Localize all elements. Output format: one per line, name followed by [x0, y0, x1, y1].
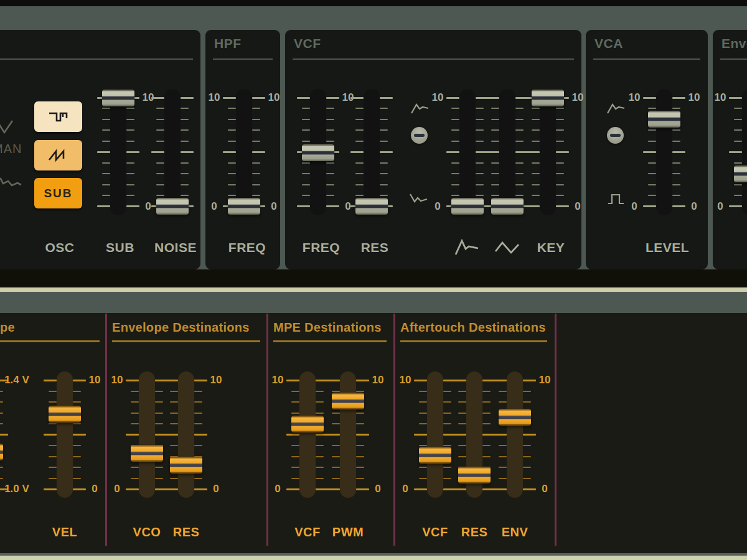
aftertouch-res-handle[interactable] — [458, 467, 491, 483]
slider-tick — [458, 445, 466, 446]
slider-tick — [499, 445, 507, 446]
slider-tick — [482, 445, 491, 446]
pulse-wave-icon — [46, 108, 71, 126]
slider-tick — [451, 119, 459, 120]
slider-tick — [326, 184, 334, 185]
slider-tick — [380, 195, 388, 196]
slider-tick — [515, 173, 524, 174]
aftertouch-env-track — [507, 371, 523, 498]
osc-sub-track — [110, 89, 126, 215]
vcf-env-amount-handle[interactable] — [451, 198, 484, 215]
vcf-mod-handle[interactable] — [491, 198, 524, 215]
slider-tick — [0, 434, 8, 436]
slider-tick — [181, 162, 189, 164]
slider-tick — [491, 119, 499, 120]
saw-wave-button[interactable] — [34, 140, 82, 170]
envelope-vel-handle[interactable] — [49, 406, 81, 422]
slider-tick — [228, 141, 236, 142]
vcf-freq-handle[interactable] — [302, 144, 334, 161]
vca-level-handle[interactable] — [648, 111, 680, 128]
slider-tick — [419, 478, 427, 479]
vca-env-gate-toggle[interactable] — [607, 127, 624, 144]
slider-tick — [458, 391, 466, 392]
envelope-slider-1-handle[interactable] — [734, 166, 747, 182]
aftertouch-env-handle[interactable] — [499, 409, 531, 426]
slider-tick — [482, 423, 491, 424]
slider-tick — [648, 195, 656, 196]
slider-tick — [672, 151, 685, 153]
slider-tick — [126, 184, 134, 185]
scale-label-max: 10 — [254, 91, 294, 104]
slider-tick — [350, 97, 364, 99]
envelope-destinations-title: Envelope Destinations — [112, 320, 250, 335]
slider-tick — [102, 195, 110, 196]
slider-tick — [156, 184, 164, 185]
aftertouch-destinations-title: Aftertouch Destinations — [400, 320, 546, 335]
mpe-pwm-handle[interactable] — [332, 393, 364, 409]
slider-tick — [228, 184, 236, 185]
slider-tick — [49, 401, 57, 403]
sub-button[interactable]: SUB — [34, 178, 82, 208]
envdest-vco-handle[interactable] — [131, 445, 163, 462]
slider-tick — [556, 162, 564, 164]
vca-level-track — [656, 89, 672, 215]
slider-label: KEY — [510, 240, 591, 255]
slider-tick — [302, 119, 310, 120]
slider-tick — [252, 184, 260, 185]
scale-label-min: 0 — [525, 483, 565, 495]
mpe-vcf-track — [299, 371, 316, 498]
slider-tick — [49, 391, 57, 392]
osc-noise-handle[interactable] — [156, 198, 189, 215]
osc-sub-handle[interactable] — [102, 90, 134, 106]
slider-tick — [194, 434, 207, 436]
vca-underline — [593, 58, 700, 60]
aftertouch-vcf-handle[interactable] — [419, 447, 451, 464]
slider-tick — [532, 195, 540, 196]
envdest-vco-track — [139, 371, 155, 498]
slider-tick — [332, 413, 340, 414]
slider-tick — [443, 423, 451, 424]
aftertouch-destinations-underline — [400, 340, 547, 342]
slider-tick — [327, 380, 340, 381]
slider-tick — [97, 151, 110, 153]
slider-tick — [527, 205, 540, 207]
mpe-vcf-handle[interactable] — [291, 416, 324, 432]
vcf-key-handle[interactable] — [532, 90, 564, 106]
slider-tick — [556, 141, 564, 142]
slider-tick — [380, 141, 388, 142]
pulse-wave-button[interactable] — [34, 101, 82, 132]
slider-tick — [672, 173, 680, 174]
slider-tick — [451, 195, 459, 196]
envelope-offscreen-handle[interactable] — [0, 444, 3, 460]
slider-tick — [672, 141, 680, 142]
slider-tick — [49, 467, 57, 468]
slider-tick — [155, 391, 163, 392]
vca-title: VCA — [594, 36, 623, 51]
slider-tick — [181, 173, 189, 174]
slider-tick — [286, 434, 299, 436]
slider-tick — [443, 391, 451, 392]
envelope-partial-underline — [0, 340, 100, 342]
slider-tick — [44, 380, 57, 381]
slider-tick — [194, 478, 202, 479]
slider-tick — [126, 151, 139, 153]
slider-tick — [491, 173, 499, 174]
slider-tick — [151, 97, 164, 99]
scale-label-max: 10 — [700, 91, 740, 104]
vcf-env-polarity-toggle[interactable] — [411, 127, 428, 144]
scale-label-max: 10 — [194, 91, 234, 104]
slider-tick — [228, 173, 236, 174]
vcf-res-handle[interactable] — [355, 198, 388, 215]
slider-tick — [556, 119, 564, 120]
slider-tick — [326, 173, 334, 174]
slider-tick — [181, 97, 194, 99]
hpf-freq-handle[interactable] — [228, 198, 260, 215]
slider-tick — [252, 141, 260, 142]
envdest-res-handle[interactable] — [170, 457, 202, 474]
slider-tick — [73, 423, 81, 424]
slider-tick — [73, 456, 81, 457]
slider-tick — [126, 434, 139, 436]
slider-tick — [453, 488, 466, 490]
slider-tick — [532, 162, 540, 164]
slider-tick — [527, 151, 540, 153]
